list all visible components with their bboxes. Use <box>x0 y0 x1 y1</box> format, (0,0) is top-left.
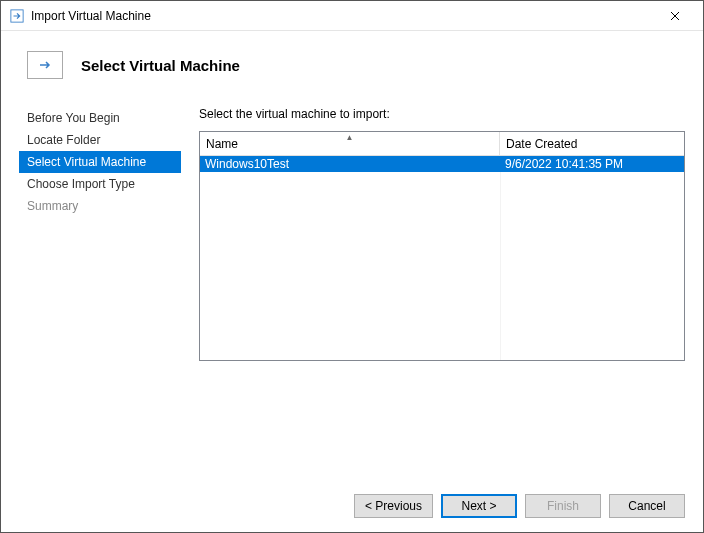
instruction-text: Select the virtual machine to import: <box>199 103 685 131</box>
column-header-date[interactable]: Date Created <box>500 132 684 155</box>
sidebar-item-select-virtual-machine[interactable]: Select Virtual Machine <box>19 151 181 173</box>
wizard-sidebar: Before You Begin Locate Folder Select Vi… <box>19 103 181 480</box>
page-title: Select Virtual Machine <box>81 57 240 74</box>
column-header-name-label: Name <box>206 137 238 151</box>
sidebar-item-locate-folder[interactable]: Locate Folder <box>19 129 181 151</box>
import-icon <box>9 8 25 24</box>
titlebar: Import Virtual Machine <box>1 1 703 31</box>
sidebar-item-choose-import-type[interactable]: Choose Import Type <box>19 173 181 195</box>
wizard-body: Before You Begin Locate Folder Select Vi… <box>1 103 703 480</box>
column-header-name[interactable]: Name ▲ <box>200 132 500 155</box>
wizard-window: Import Virtual Machine Select Virtual Ma… <box>0 0 704 533</box>
cell-date: 9/6/2022 10:41:35 PM <box>500 156 684 172</box>
cell-name: Windows10Test <box>200 156 500 172</box>
column-header-date-label: Date Created <box>506 137 577 151</box>
next-button[interactable]: Next > <box>441 494 517 518</box>
window-title: Import Virtual Machine <box>31 9 655 23</box>
previous-button[interactable]: < Previous <box>354 494 433 518</box>
vm-list: Name ▲ Date Created Windows10Test 9/6/20… <box>199 131 685 361</box>
grid-body: Windows10Test 9/6/2022 10:41:35 PM <box>200 156 684 360</box>
finish-button: Finish <box>525 494 601 518</box>
sidebar-item-summary: Summary <box>19 195 181 217</box>
cancel-button[interactable]: Cancel <box>609 494 685 518</box>
grid-header: Name ▲ Date Created <box>200 132 684 156</box>
close-button[interactable] <box>655 2 695 30</box>
wizard-footer: < Previous Next > Finish Cancel <box>1 480 703 532</box>
sort-ascending-icon: ▲ <box>346 133 354 142</box>
wizard-header: Select Virtual Machine <box>1 31 703 103</box>
sidebar-item-before-you-begin[interactable]: Before You Begin <box>19 107 181 129</box>
table-row[interactable]: Windows10Test 9/6/2022 10:41:35 PM <box>200 156 684 172</box>
import-large-icon <box>27 51 63 79</box>
main-panel: Select the virtual machine to import: Na… <box>199 103 685 480</box>
